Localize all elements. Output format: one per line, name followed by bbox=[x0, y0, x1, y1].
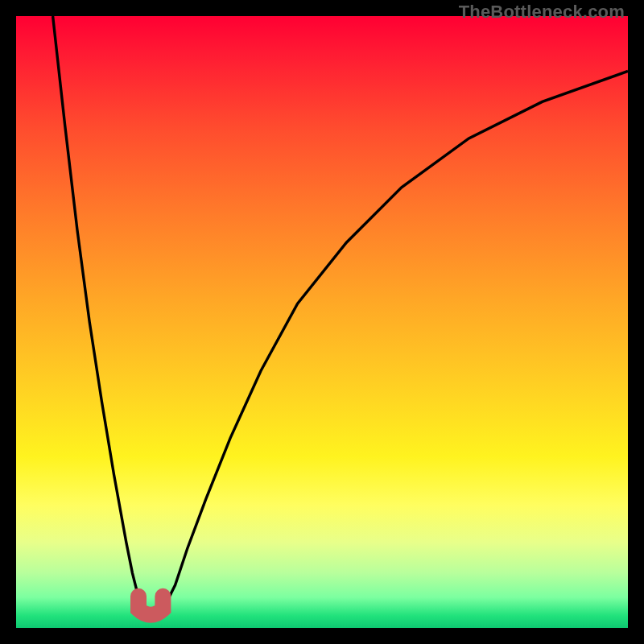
watermark-text: TheBottleneck.com bbox=[459, 2, 625, 23]
chart-frame: TheBottleneck.com bbox=[0, 0, 644, 644]
right-curve bbox=[163, 71, 628, 609]
left-curve bbox=[53, 16, 145, 609]
curve-layer bbox=[16, 16, 628, 628]
optimum-marker bbox=[138, 597, 163, 615]
